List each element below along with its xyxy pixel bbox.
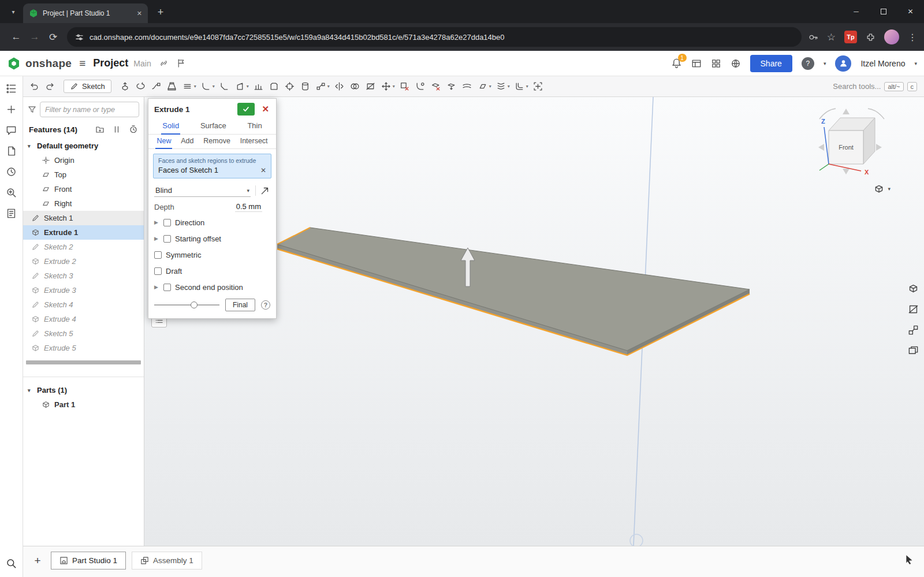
tree-item-origin[interactable]: Origin [23, 153, 144, 167]
filter-input[interactable] [40, 102, 139, 117]
tree-item-sketch-3[interactable]: Sketch 3 [23, 269, 144, 283]
collapse-chevron-icon[interactable]: ▾ [28, 388, 34, 393]
outline-icon[interactable] [6, 83, 17, 94]
sheet-metal-button[interactable] [512, 78, 527, 95]
tab-close-icon[interactable]: ✕ [137, 10, 142, 17]
close-button[interactable]: ✕ [897, 0, 924, 23]
help-button[interactable]: ? [802, 57, 814, 70]
end-condition-select[interactable]: Blind ▾ [154, 184, 251, 197]
user-avatar[interactable] [835, 55, 851, 72]
expand-chevron-icon[interactable]: ▶ [154, 236, 159, 241]
tab-solid[interactable]: Solid [161, 118, 180, 135]
tree-item-front-plane[interactable]: Front [23, 182, 144, 196]
transform-chevron-icon[interactable]: ▾ [393, 84, 395, 89]
default-geometry-row[interactable]: ▾ Default geometry [23, 139, 144, 153]
offset-surface-button[interactable] [459, 78, 475, 95]
tree-item-extrude-4[interactable]: Extrude 4 [23, 312, 144, 326]
tab-search-chevron-icon[interactable]: ▾ [6, 4, 21, 19]
tab-thin[interactable]: Thin [246, 118, 263, 135]
browser-tab[interactable]: Project | Part Studio 1 ✕ [23, 3, 148, 23]
custom-feature-button[interactable] [530, 78, 546, 95]
clear-selection-icon[interactable]: ✕ [260, 166, 266, 174]
pattern-chevron-icon[interactable]: ▾ [327, 84, 330, 89]
insert-new-tab-button[interactable]: + [30, 552, 45, 569]
tab-part-studio-1[interactable]: Part Studio 1 [51, 552, 126, 569]
chamfer-button[interactable] [217, 78, 232, 95]
plane-chevron-icon[interactable]: ▾ [489, 84, 491, 89]
op-intersect[interactable]: Intersect [239, 135, 269, 149]
browser-profile-avatar[interactable] [884, 29, 899, 44]
second-end-checkbox[interactable] [163, 284, 171, 291]
user-menu-chevron-icon[interactable]: ▾ [914, 61, 917, 66]
display-style-button[interactable]: ▾ [873, 184, 891, 194]
extension-tp-icon[interactable]: Tp [844, 31, 857, 43]
depth-input[interactable]: 0.5 mm [235, 202, 262, 212]
revolve-button[interactable] [133, 78, 148, 95]
help-chevron-icon[interactable]: ▾ [824, 61, 826, 66]
workspace-label[interactable]: Main [133, 59, 151, 68]
shell-button[interactable] [266, 78, 282, 95]
op-add[interactable]: Add [180, 135, 195, 149]
edit-document-icon[interactable] [6, 146, 17, 157]
comments-icon[interactable] [6, 125, 17, 136]
minimize-button[interactable]: ─ [843, 0, 870, 23]
cancel-button[interactable]: ✕ [259, 104, 271, 114]
selection-box[interactable]: Faces and sketch regions to extrude Face… [153, 154, 271, 178]
helix-button[interactable] [493, 78, 509, 95]
rib-button[interactable] [251, 78, 266, 95]
tree-item-part-1[interactable]: Part 1 [23, 397, 144, 412]
expand-chevron-icon[interactable]: ▶ [154, 284, 159, 290]
maximize-button[interactable] [870, 0, 897, 23]
bottom-search-icon[interactable] [6, 558, 17, 569]
transform-button[interactable] [378, 78, 394, 95]
loft-button[interactable] [164, 78, 180, 95]
rollback-bar[interactable] [26, 360, 141, 364]
confirm-button[interactable] [237, 103, 255, 116]
onshape-logo[interactable]: onshape [7, 57, 72, 70]
rotate-east-arrow-icon[interactable] [876, 144, 882, 151]
op-remove[interactable]: Remove [202, 135, 232, 149]
mirror-button[interactable] [331, 78, 347, 95]
password-key-icon[interactable] [808, 32, 818, 42]
slider-knob[interactable] [191, 301, 198, 308]
url-bar[interactable]: cad.onshape.com/documents/e9e14087fda7cc… [67, 27, 802, 47]
sheet-metal-chevron-icon[interactable]: ▾ [526, 84, 528, 89]
plane-button[interactable] [475, 78, 490, 95]
tree-item-extrude-2[interactable]: Extrude 2 [23, 254, 144, 269]
extrude-button[interactable] [117, 78, 133, 95]
delete-part-button[interactable] [397, 78, 412, 95]
browser-menu-icon[interactable]: ⋮ [908, 32, 917, 43]
draft-checkbox[interactable] [154, 267, 162, 275]
named-views-button[interactable] [904, 342, 922, 359]
user-name[interactable]: Itzel Moreno [860, 59, 905, 68]
fillet-chevron-icon[interactable]: ▾ [213, 84, 215, 89]
graphics-viewport[interactable]: Front Z X ▾ [144, 97, 924, 546]
fillet-button[interactable] [198, 78, 214, 95]
tree-item-top-plane[interactable]: Top [23, 167, 144, 182]
op-new[interactable]: New [155, 135, 172, 149]
view-cube[interactable]: Front Z X [807, 102, 902, 188]
inspect-icon[interactable] [6, 187, 17, 198]
isolate-button[interactable] [904, 280, 922, 297]
forward-button[interactable]: → [25, 28, 44, 46]
history-icon[interactable] [6, 166, 17, 177]
report-icon[interactable] [6, 208, 17, 219]
tree-item-extrude-1[interactable]: Extrude 1 [23, 225, 144, 240]
symmetric-checkbox[interactable] [154, 251, 162, 259]
view-cube-front-label[interactable]: Front [839, 144, 854, 151]
draft-chevron-icon[interactable]: ▾ [247, 84, 249, 89]
boolean-button[interactable] [347, 78, 363, 95]
delete-face-button[interactable] [428, 78, 444, 95]
main-menu-icon[interactable]: ≡ [79, 57, 85, 70]
rollback-columns-icon[interactable] [112, 125, 121, 134]
parts-header-row[interactable]: ▾ Parts (1) [23, 383, 144, 397]
tree-item-extrude-3[interactable]: Extrude 3 [23, 283, 144, 297]
linear-pattern-button[interactable] [313, 78, 329, 95]
modify-fillet-button[interactable] [412, 78, 428, 95]
preview-opacity-slider[interactable] [154, 301, 219, 309]
helix-chevron-icon[interactable]: ▾ [508, 84, 510, 89]
tree-item-sketch-4[interactable]: Sketch 4 [23, 297, 144, 312]
spreadsheet-icon[interactable] [691, 58, 702, 69]
refresh-button[interactable]: ⟳ [44, 28, 62, 46]
rotate-west-arrow-icon[interactable] [818, 144, 824, 151]
